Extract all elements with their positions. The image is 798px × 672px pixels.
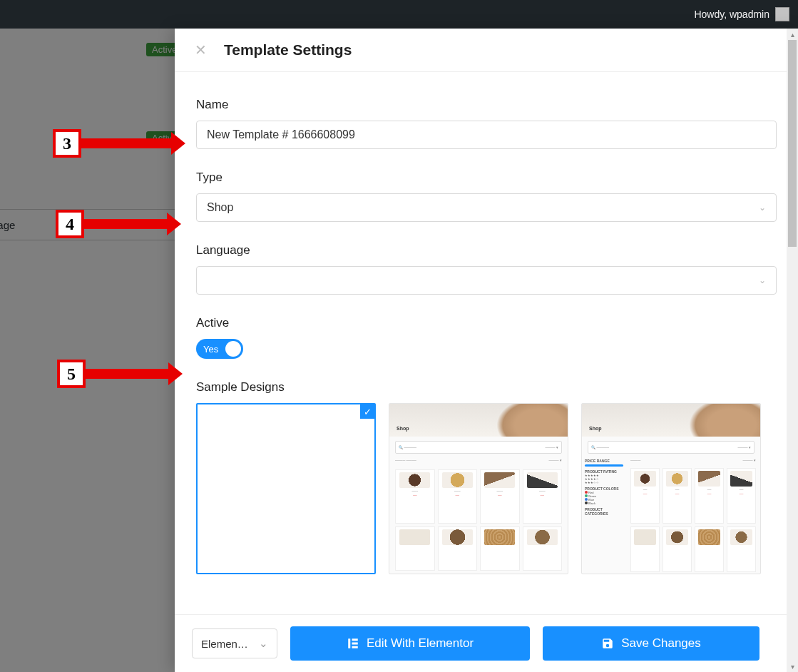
- arrow-icon: [86, 369, 170, 379]
- annotation-3: 3: [53, 129, 173, 158]
- save-button-label: Save Changes: [621, 636, 701, 651]
- wp-admin-bar: Howdy, wpadmin: [0, 0, 798, 29]
- active-label: Active: [196, 316, 777, 330]
- svg-rect-1: [352, 638, 357, 641]
- elementor-icon: [347, 637, 359, 650]
- scroll-down-icon[interactable]: ▾: [787, 661, 798, 672]
- svg-rect-2: [352, 643, 357, 645]
- design-card-shop-grid[interactable]: Shop 🔍 ───────── ▾ ──── ──────── ▾ ─────…: [389, 403, 568, 574]
- type-label: Type: [196, 170, 777, 185]
- svg-rect-3: [352, 646, 357, 648]
- save-changes-button[interactable]: Save Changes: [543, 626, 759, 661]
- arrow-icon: [81, 138, 173, 148]
- chevron-down-icon: ⌄: [759, 203, 766, 213]
- toggle-label: Yes: [203, 344, 218, 355]
- toggle-knob: [225, 341, 241, 357]
- type-value: Shop: [207, 201, 233, 214]
- panel-header: ✕ Template Settings: [175, 29, 798, 72]
- field-sample-designs: Sample Designs ✓ Shop 🔍 ───────── ▾ ────…: [196, 380, 777, 574]
- language-select[interactable]: ⌄: [196, 266, 777, 295]
- annotation-number: 5: [57, 360, 86, 388]
- design-card-shop-sidebar[interactable]: Shop 🔍 ───────── ▾ PRICE RANGE PRODUCT R…: [581, 403, 761, 574]
- mini-shop-title: Shop: [397, 426, 409, 431]
- scroll-thumb[interactable]: [788, 40, 797, 247]
- name-input[interactable]: [196, 121, 777, 149]
- panel-body: Name Type Shop ⌄ Language ⌄ Active Yes: [175, 72, 798, 614]
- admin-greeting[interactable]: Howdy, wpadmin: [694, 9, 769, 20]
- language-label: Language: [196, 243, 777, 258]
- scrollbar[interactable]: ▴ ▾: [787, 29, 798, 672]
- edit-with-elementor-button[interactable]: Edit With Elementor: [290, 626, 530, 661]
- field-type: Type Shop ⌄: [196, 170, 777, 222]
- save-icon: [601, 637, 614, 650]
- check-icon: ✓: [360, 404, 374, 419]
- active-toggle[interactable]: Yes: [196, 339, 243, 359]
- editor-select-value: Elemen…: [201, 638, 248, 650]
- field-language: Language ⌄: [196, 243, 777, 295]
- designs-grid: ✓ Shop 🔍 ───────── ▾ ──── ──────── ▾ ───…: [196, 403, 777, 574]
- annotation-4: 4: [56, 210, 168, 238]
- type-select[interactable]: Shop ⌄: [196, 193, 777, 222]
- edit-button-label: Edit With Elementor: [367, 636, 474, 651]
- chevron-down-icon: ⌄: [759, 275, 766, 285]
- field-name: Name: [196, 98, 777, 149]
- panel-footer: Elemen… ⌄ Edit With Elementor Save Chang…: [175, 614, 798, 672]
- name-label: Name: [196, 98, 777, 112]
- panel-title: Template Settings: [224, 41, 352, 58]
- avatar[interactable]: [775, 7, 789, 21]
- annotation-5: 5: [57, 360, 170, 388]
- scroll-up-icon[interactable]: ▴: [787, 29, 798, 40]
- annotation-number: 3: [53, 129, 81, 158]
- close-icon[interactable]: ✕: [195, 41, 207, 58]
- editor-select[interactable]: Elemen… ⌄: [192, 628, 277, 658]
- designs-label: Sample Designs: [196, 380, 777, 394]
- arrow-icon: [84, 219, 168, 229]
- design-card-blank[interactable]: ✓: [196, 403, 376, 574]
- svg-rect-0: [348, 638, 350, 648]
- template-settings-panel: ✕ Template Settings Name Type Shop ⌄ Lan…: [175, 29, 798, 672]
- chevron-down-icon: ⌄: [259, 637, 268, 650]
- annotation-number: 4: [56, 210, 84, 238]
- mini-shop-title: Shop: [589, 426, 602, 431]
- field-active: Active Yes: [196, 316, 777, 359]
